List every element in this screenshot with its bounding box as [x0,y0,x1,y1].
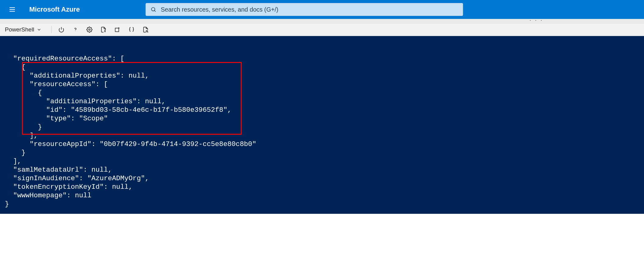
brand-label: Microsoft Azure [29,5,80,13]
chevron-down-icon [37,27,42,32]
cloudshell-toolbar: PowerShell [0,23,644,36]
terminal-line: { [5,89,644,97]
terminal-line: "samlMetadataUrl": null, [5,166,644,174]
svg-line-13 [147,32,148,32]
hamburger-icon [9,6,16,13]
terminal-line: { [5,63,644,71]
overflow-dots[interactable]: · · · [530,17,543,24]
editor-button[interactable] [127,25,136,34]
hamburger-menu-button[interactable] [6,3,18,16]
terminal-line: "id": "4589bd03-58cb-4e6c-b17f-b580e3965… [5,106,644,114]
terminal-line: ], [5,157,644,166]
settings-button[interactable] [85,25,94,34]
terminal-line: } [5,123,644,131]
search-icon [150,6,156,13]
file-search-icon [143,27,149,33]
svg-rect-9 [115,28,119,32]
svg-line-4 [154,10,156,12]
terminal-line: "resourceAppId": "0b07f429-9f4b-4714-939… [5,140,644,148]
svg-point-12 [146,31,148,32]
help-icon [72,27,78,33]
shell-selector[interactable]: PowerShell [5,26,46,33]
resize-strip[interactable]: · · · [0,19,644,23]
upload-download-button[interactable] [99,25,108,34]
terminal-line: "type": "Scope" [5,114,644,123]
gear-icon [86,27,92,33]
svg-point-7 [89,29,90,31]
toolbar-separator [51,26,52,33]
search-input[interactable] [161,6,458,13]
terminal-line: } [5,200,644,208]
terminal-line: ], [5,131,644,140]
svg-point-3 [152,8,155,11]
new-tab-icon [114,27,121,33]
terminal-line: "additionalProperties": null, [5,71,644,80]
search-container [146,3,463,16]
file-transfer-icon [100,27,107,33]
terminal-line: "resourceAccess": [ [5,80,644,89]
terminal-line: "signInAudience": "AzureADMyOrg", [5,174,644,183]
shell-selector-label: PowerShell [5,26,34,33]
azure-header: Microsoft Azure [0,0,644,19]
search-box[interactable] [146,3,463,16]
cloudshell-terminal[interactable]: "requiredResourceAccess": [ { "additiona… [0,36,644,214]
svg-point-6 [75,31,76,31]
terminal-line: "additionalProperties": null, [5,97,644,106]
new-session-button[interactable] [113,25,122,34]
help-button[interactable] [71,25,80,34]
preview-button[interactable] [141,25,150,34]
terminal-line: "requiredResourceAccess": [ [5,54,644,63]
terminal-line: } [5,148,644,157]
restart-button[interactable] [57,25,66,34]
terminal-line: "tokenEncryptionKeyId": null, [5,183,644,191]
terminal-line: "wwwHomepage": null [5,191,644,200]
braces-icon [128,27,135,33]
power-icon [58,27,64,33]
